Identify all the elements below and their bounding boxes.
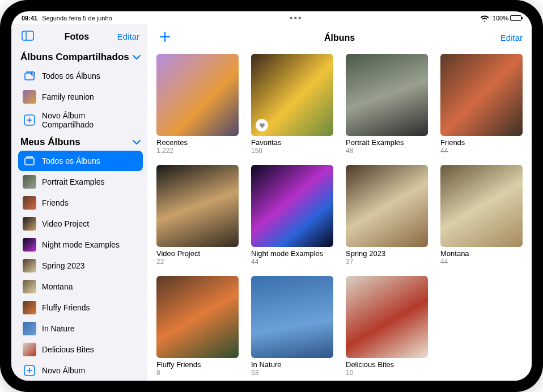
album-cell[interactable]: Friends44	[440, 54, 523, 155]
sidebar-item-my-all-albums[interactable]: Todos os Álbuns	[18, 151, 143, 171]
sidebar-item-label: In Nature	[42, 324, 75, 333]
sidebar-item-album[interactable]: Spring 2023	[18, 255, 143, 276]
sidebar-title: Fotos	[65, 32, 90, 42]
plus-square-icon	[23, 113, 36, 127]
toggle-sidebar-button[interactable]	[19, 28, 36, 45]
album-cell[interactable]: Delicious Bites10	[346, 276, 428, 377]
sidebar-item-label: Novo Álbum Compartilhado	[42, 111, 138, 129]
album-cell[interactable]: Video Project22	[156, 165, 239, 266]
battery-percent: 100%	[493, 15, 508, 22]
album-name: Night mode Examples	[251, 249, 333, 258]
album-count: 44	[251, 258, 333, 266]
album-cell[interactable]: Favoritas150	[251, 54, 333, 155]
album-count: 44	[440, 258, 523, 266]
sidebar-item-new-shared-album[interactable]: Novo Álbum Compartilhado	[18, 108, 143, 133]
album-thumb-icon	[23, 217, 36, 231]
album-cell[interactable]: Montana44	[440, 165, 523, 266]
heart-icon	[256, 119, 268, 131]
sidebar-item-new-album[interactable]: Novo Álbum	[18, 360, 143, 381]
sidebar-item-label: Montana	[42, 282, 73, 291]
section-header-my-albums[interactable]: Meus Álbuns	[17, 133, 144, 150]
album-cell[interactable]: Night mode Examples44	[251, 165, 333, 266]
albums-stack-icon	[23, 154, 36, 168]
multitasking-dots-icon[interactable]: •••	[290, 13, 303, 23]
sidebar-item-album[interactable]: Night mode Examples	[18, 235, 143, 255]
sidebar-item-album[interactable]: In Nature	[18, 318, 143, 339]
album-name: Favoritas	[251, 138, 333, 147]
album-cover	[251, 54, 333, 136]
plus-square-icon	[23, 364, 36, 377]
sidebar-item-label: Todos os Álbuns	[42, 71, 100, 80]
album-cell[interactable]: Fluffy Friends8	[156, 276, 239, 377]
album-cell[interactable]: Spring 202337	[346, 165, 428, 266]
album-cell[interactable]: In Nature53	[251, 276, 333, 377]
album-thumb-icon	[23, 280, 36, 293]
section-header-shared[interactable]: Álbuns Compartilhados	[17, 48, 144, 65]
album-count: 48	[346, 147, 428, 155]
album-count: 10	[346, 369, 428, 377]
sidebar-item-label: Todos os Álbuns	[42, 156, 100, 165]
album-thumb-icon	[23, 343, 36, 356]
album-thumb-icon	[23, 238, 36, 252]
album-cover	[251, 276, 333, 358]
page-title: Álbuns	[324, 33, 355, 43]
album-thumb-icon	[23, 175, 36, 189]
album-cover	[346, 165, 428, 247]
album-cover	[440, 165, 523, 247]
album-thumb-icon	[23, 90, 36, 104]
sidebar-item-label: Spring 2023	[42, 261, 85, 270]
battery-icon: 100%	[493, 15, 521, 22]
album-thumb-icon	[23, 322, 36, 335]
sidebar-edit-button[interactable]: Editar	[117, 32, 139, 41]
album-count: 150	[251, 147, 333, 155]
album-cover	[156, 276, 239, 358]
sidebar-item-album[interactable]: Friends	[18, 193, 143, 213]
album-name: Portrait Examples	[346, 138, 428, 147]
status-bar: 09:41 Segunda-feira 5 de junho ••• 100%	[11, 11, 532, 24]
sidebar: Fotos Editar Álbuns Compartilhados	[11, 24, 147, 381]
album-name: Video Project	[156, 249, 239, 258]
svg-rect-0	[22, 31, 33, 40]
album-cover	[156, 165, 239, 247]
sidebar-item-label: Novo Álbum	[42, 366, 85, 375]
status-date: Segunda-feira 5 de junho	[42, 15, 112, 22]
album-cover	[346, 276, 428, 358]
album-cover	[251, 165, 333, 247]
chevron-down-icon	[133, 137, 141, 148]
sidebar-item-album[interactable]: Montana	[18, 276, 143, 297]
sidebar-item-shared-all-albums[interactable]: Todos os Álbuns	[18, 66, 143, 86]
album-cover	[156, 54, 239, 136]
sidebar-item-label: Friends	[42, 198, 69, 207]
status-time: 09:41	[22, 15, 37, 22]
svg-rect-5	[25, 158, 34, 165]
section-title-shared: Álbuns Compartilhados	[20, 52, 129, 63]
chevron-down-icon	[133, 52, 141, 63]
album-name: In Nature	[251, 360, 333, 369]
sidebar-item-album[interactable]: Delicious Bites	[18, 339, 143, 360]
sidebar-item-album[interactable]: Portrait Examples	[18, 172, 143, 192]
album-cell[interactable]: Recentes1.222	[156, 54, 239, 155]
album-name: Recentes	[156, 138, 239, 147]
album-thumb-icon	[23, 259, 36, 272]
album-count: 53	[251, 369, 333, 377]
albums-stack-icon	[23, 69, 36, 83]
add-album-button[interactable]	[156, 28, 173, 47]
sidebar-item-label: Portrait Examples	[42, 177, 104, 186]
sidebar-item-album[interactable]: Video Project	[18, 214, 143, 234]
album-thumb-icon	[23, 301, 36, 314]
album-count: 22	[156, 258, 239, 266]
album-name: Fluffy Friends	[156, 360, 239, 369]
album-cell[interactable]: Portrait Examples48	[346, 54, 428, 155]
main-edit-button[interactable]: Editar	[500, 33, 523, 42]
album-count: 37	[346, 258, 428, 266]
sidebar-item-shared-album[interactable]: Family reunion	[18, 87, 143, 107]
album-name: Friends	[440, 138, 523, 147]
album-count: 8	[156, 369, 239, 377]
sidebar-item-album[interactable]: Fluffy Friends	[18, 297, 143, 318]
album-cover	[346, 54, 428, 136]
main-content: Álbuns Editar Recentes1.222Favoritas150P…	[147, 24, 532, 381]
sidebar-item-label: Family reunion	[42, 92, 94, 101]
album-thumb-icon	[23, 196, 36, 210]
album-name: Spring 2023	[346, 249, 428, 258]
album-count: 44	[440, 147, 523, 155]
